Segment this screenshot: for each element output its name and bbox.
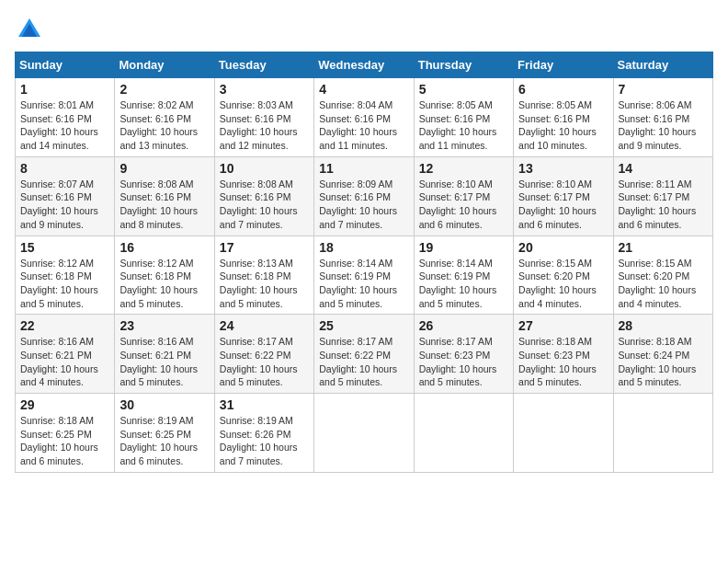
col-header-thursday: Thursday (414, 52, 513, 78)
day-cell-28: 28Sunrise: 8:18 AMSunset: 6:24 PMDayligh… (613, 315, 712, 394)
day-cell-24: 24Sunrise: 8:17 AMSunset: 6:22 PMDayligh… (214, 315, 313, 394)
day-cell-2: 2Sunrise: 8:02 AMSunset: 6:16 PMDaylight… (115, 78, 214, 157)
day-cell-12: 12Sunrise: 8:10 AMSunset: 6:17 PMDayligh… (414, 156, 513, 236)
day-cell-6: 6Sunrise: 8:05 AMSunset: 6:16 PMDaylight… (514, 78, 613, 157)
col-header-wednesday: Wednesday (314, 52, 414, 78)
day-cell-16: 16Sunrise: 8:12 AMSunset: 6:18 PMDayligh… (115, 236, 214, 315)
day-number: 4 (319, 82, 408, 97)
day-number: 28 (619, 318, 708, 333)
day-number: 29 (20, 397, 109, 412)
day-cell-19: 19Sunrise: 8:14 AMSunset: 6:19 PMDayligh… (414, 236, 513, 315)
day-number: 9 (119, 161, 209, 176)
empty-cell (414, 394, 513, 473)
day-info: Sunrise: 8:08 AMSunset: 6:16 PMDaylight:… (119, 178, 198, 230)
page-header (15, 15, 713, 44)
day-info: Sunrise: 8:12 AMSunset: 6:18 PMDaylight:… (119, 258, 198, 309)
day-cell-30: 30Sunrise: 8:19 AMSunset: 6:25 PMDayligh… (115, 394, 214, 473)
logo-icon (15, 15, 44, 44)
day-number: 3 (220, 82, 309, 97)
day-number: 13 (518, 161, 608, 176)
day-number: 19 (419, 240, 508, 255)
day-info: Sunrise: 8:07 AMSunset: 6:16 PMDaylight:… (20, 178, 98, 230)
week-row-2: 8Sunrise: 8:07 AMSunset: 6:16 PMDaylight… (16, 156, 713, 236)
week-row-5: 29Sunrise: 8:18 AMSunset: 6:25 PMDayligh… (16, 394, 713, 473)
day-info: Sunrise: 8:01 AMSunset: 6:16 PMDaylight:… (20, 99, 98, 151)
day-cell-29: 29Sunrise: 8:18 AMSunset: 6:25 PMDayligh… (16, 394, 115, 473)
day-number: 1 (20, 82, 109, 97)
day-number: 15 (20, 240, 109, 255)
day-info: Sunrise: 8:10 AMSunset: 6:17 PMDaylight:… (419, 178, 497, 230)
day-number: 6 (518, 82, 608, 97)
day-info: Sunrise: 8:13 AMSunset: 6:18 PMDaylight:… (220, 258, 298, 309)
day-info: Sunrise: 8:09 AMSunset: 6:16 PMDaylight:… (319, 178, 397, 230)
day-cell-8: 8Sunrise: 8:07 AMSunset: 6:16 PMDaylight… (16, 156, 115, 236)
day-number: 5 (419, 82, 508, 97)
day-info: Sunrise: 8:16 AMSunset: 6:21 PMDaylight:… (20, 336, 98, 387)
empty-cell (514, 394, 613, 473)
week-row-1: 1Sunrise: 8:01 AMSunset: 6:16 PMDaylight… (16, 78, 713, 157)
day-info: Sunrise: 8:10 AMSunset: 6:17 PMDaylight:… (518, 178, 597, 230)
day-cell-15: 15Sunrise: 8:12 AMSunset: 6:18 PMDayligh… (16, 236, 115, 315)
day-cell-3: 3Sunrise: 8:03 AMSunset: 6:16 PMDaylight… (214, 78, 313, 157)
day-number: 22 (20, 318, 109, 333)
day-number: 25 (319, 318, 408, 333)
day-cell-13: 13Sunrise: 8:10 AMSunset: 6:17 PMDayligh… (514, 156, 613, 236)
day-number: 20 (518, 240, 608, 255)
day-number: 10 (220, 161, 309, 176)
day-info: Sunrise: 8:18 AMSunset: 6:25 PMDaylight:… (20, 415, 98, 466)
day-info: Sunrise: 8:05 AMSunset: 6:16 PMDaylight:… (419, 99, 497, 151)
day-info: Sunrise: 8:06 AMSunset: 6:16 PMDaylight:… (619, 99, 697, 151)
day-cell-10: 10Sunrise: 8:08 AMSunset: 6:16 PMDayligh… (214, 156, 313, 236)
day-number: 8 (20, 161, 109, 176)
day-info: Sunrise: 8:14 AMSunset: 6:19 PMDaylight:… (419, 258, 497, 309)
day-info: Sunrise: 8:16 AMSunset: 6:21 PMDaylight:… (119, 336, 198, 387)
col-header-sunday: Sunday (16, 52, 115, 78)
day-number: 11 (319, 161, 408, 176)
day-cell-22: 22Sunrise: 8:16 AMSunset: 6:21 PMDayligh… (16, 315, 115, 394)
day-cell-9: 9Sunrise: 8:08 AMSunset: 6:16 PMDaylight… (115, 156, 214, 236)
empty-cell (613, 394, 712, 473)
col-header-monday: Monday (115, 52, 214, 78)
day-cell-17: 17Sunrise: 8:13 AMSunset: 6:18 PMDayligh… (214, 236, 313, 315)
day-number: 21 (619, 240, 708, 255)
day-info: Sunrise: 8:19 AMSunset: 6:25 PMDaylight:… (119, 415, 198, 466)
day-number: 27 (518, 318, 608, 333)
day-info: Sunrise: 8:18 AMSunset: 6:23 PMDaylight:… (518, 336, 597, 387)
day-number: 7 (619, 82, 708, 97)
day-number: 24 (220, 318, 309, 333)
day-number: 18 (319, 240, 408, 255)
day-cell-25: 25Sunrise: 8:17 AMSunset: 6:22 PMDayligh… (314, 315, 414, 394)
day-info: Sunrise: 8:17 AMSunset: 6:22 PMDaylight:… (220, 336, 298, 387)
day-info: Sunrise: 8:03 AMSunset: 6:16 PMDaylight:… (220, 99, 298, 151)
day-info: Sunrise: 8:08 AMSunset: 6:16 PMDaylight:… (220, 178, 298, 230)
day-number: 26 (419, 318, 508, 333)
day-cell-23: 23Sunrise: 8:16 AMSunset: 6:21 PMDayligh… (115, 315, 214, 394)
day-cell-5: 5Sunrise: 8:05 AMSunset: 6:16 PMDaylight… (414, 78, 513, 157)
day-number: 16 (119, 240, 209, 255)
day-number: 30 (119, 397, 209, 412)
day-info: Sunrise: 8:05 AMSunset: 6:16 PMDaylight:… (518, 99, 597, 151)
day-cell-18: 18Sunrise: 8:14 AMSunset: 6:19 PMDayligh… (314, 236, 414, 315)
empty-cell (314, 394, 414, 473)
day-info: Sunrise: 8:04 AMSunset: 6:16 PMDaylight:… (319, 99, 397, 151)
day-info: Sunrise: 8:11 AMSunset: 6:17 PMDaylight:… (619, 178, 697, 230)
day-info: Sunrise: 8:18 AMSunset: 6:24 PMDaylight:… (619, 336, 697, 387)
week-row-4: 22Sunrise: 8:16 AMSunset: 6:21 PMDayligh… (16, 315, 713, 394)
day-number: 17 (220, 240, 309, 255)
day-cell-1: 1Sunrise: 8:01 AMSunset: 6:16 PMDaylight… (16, 78, 115, 157)
logo (15, 15, 48, 44)
day-info: Sunrise: 8:15 AMSunset: 6:20 PMDaylight:… (518, 258, 597, 309)
day-cell-4: 4Sunrise: 8:04 AMSunset: 6:16 PMDaylight… (314, 78, 414, 157)
day-cell-31: 31Sunrise: 8:19 AMSunset: 6:26 PMDayligh… (214, 394, 313, 473)
day-cell-11: 11Sunrise: 8:09 AMSunset: 6:16 PMDayligh… (314, 156, 414, 236)
day-number: 2 (119, 82, 209, 97)
day-info: Sunrise: 8:02 AMSunset: 6:16 PMDaylight:… (119, 99, 198, 151)
day-number: 23 (119, 318, 209, 333)
week-row-3: 15Sunrise: 8:12 AMSunset: 6:18 PMDayligh… (16, 236, 713, 315)
day-cell-7: 7Sunrise: 8:06 AMSunset: 6:16 PMDaylight… (613, 78, 712, 157)
day-info: Sunrise: 8:14 AMSunset: 6:19 PMDaylight:… (319, 258, 397, 309)
day-number: 31 (220, 397, 309, 412)
day-cell-14: 14Sunrise: 8:11 AMSunset: 6:17 PMDayligh… (613, 156, 712, 236)
day-info: Sunrise: 8:17 AMSunset: 6:23 PMDaylight:… (419, 336, 497, 387)
col-header-tuesday: Tuesday (214, 52, 313, 78)
